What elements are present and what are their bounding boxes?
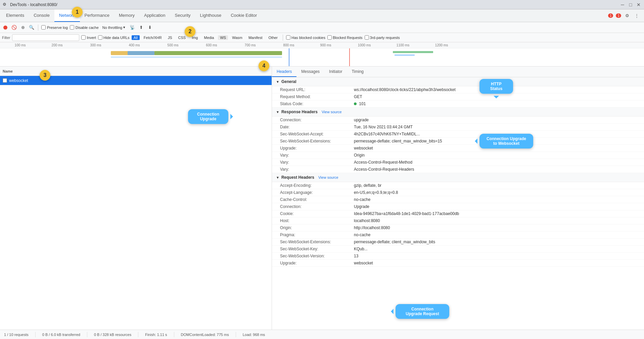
detail-tab-messages[interactable]: Messages [296,67,324,77]
request-headers-section[interactable]: ▼ Request Headers View source [272,173,644,182]
timeline-bar-blue [128,51,154,55]
request-url-row: Request URL: ws://localhost:8080/clock-t… [272,86,644,93]
req-upgrade-row: Upgrade: websocket [272,260,644,267]
close-button[interactable]: ✕ [636,2,641,7]
filter-css[interactable]: CSS [176,35,188,40]
tick-1000: 1000 ms [358,43,371,47]
status-sep-3 [138,332,138,337]
tab-cookie-editor[interactable]: Cookie Editor [226,9,262,22]
network-conditions-icon[interactable]: 📡 [129,24,136,31]
disable-cache-input[interactable] [70,25,74,30]
finish-time: Finish: 1.11 s [145,333,167,337]
separator-filter [283,35,283,41]
hide-data-urls-input[interactable] [98,35,102,40]
general-arrow: ▼ [276,80,279,84]
maximize-button[interactable]: □ [628,2,633,7]
tab-elements[interactable]: Elements [1,9,29,22]
filter-all[interactable]: All [132,35,140,40]
status-sep-2 [87,332,87,337]
has-blocked-cookies-checkbox[interactable]: Has blocked cookies [286,35,325,40]
filter-wasm[interactable]: Wasm [230,35,244,40]
resp-date-row: Date: Tue, 16 Nov 2021 03:44:24 GMT [272,124,644,131]
callout-connection-upgrade-request: Connection Upgrade Request [396,304,449,319]
record-button[interactable] [2,24,9,31]
third-party-input[interactable] [365,35,369,40]
timeline-chart [0,48,644,67]
row-checkbox-websocket[interactable] [3,78,7,83]
filter-manifest[interactable]: Manifest [246,35,265,40]
callout-connection-upgrade: Connection Upgrade [188,109,228,124]
blocked-requests-checkbox[interactable]: Blocked Requests [327,35,363,40]
request-headers-title: Request Headers [281,175,314,180]
invert-input[interactable] [81,35,86,40]
import-icon[interactable]: ⬆ [138,24,144,31]
timeline: 100 ms 200 ms 300 ms 400 ms 500 ms 600 m… [0,42,644,67]
request-url-value: ws://localhost:8080/clock-ticks/221/abph… [354,87,456,92]
search-button[interactable]: 🔍 [28,24,35,31]
resp-sec-accept-row: Sec-WebSocket-Accept: 4h2CBv167c40VhK67N… [272,131,644,138]
status-sep-4 [174,332,174,337]
circle-3: 3 [40,70,50,81]
detail-tab-timing[interactable]: Timing [347,67,368,77]
detail-tab-initiator[interactable]: Initiator [324,67,347,77]
filter-label: Filter [2,36,10,40]
req-host-row: Host: localhost:8080 [272,217,644,224]
tab-performance[interactable]: Performance [80,9,114,22]
tab-security[interactable]: Security [170,9,195,22]
req-accept-encoding-row: Accept-Encoding: gzip, deflate, br [272,182,644,189]
minimize-button[interactable]: ─ [620,2,625,7]
status-dot [354,102,357,105]
clear-button[interactable]: 🚫 [11,24,17,31]
title-bar: ⚙ DevTools - localhost:8080/ ─ □ ✕ [0,0,644,9]
tick-700: 700 ms [245,43,256,47]
filter-icon[interactable]: ⊕ [19,24,26,31]
has-blocked-cookies-input[interactable] [286,35,290,40]
filter-ws[interactable]: WS [218,35,228,40]
main-content: Name websocket Headers Messages Initiato… [0,67,644,330]
req-origin-row: Origin: http://localhost:8080 [272,224,644,231]
request-method-row: Request Method: GET [272,93,644,100]
devtools-window: ⚙ DevTools - localhost:8080/ ─ □ ✕ Eleme… [0,0,644,339]
filter-js[interactable]: JS [166,35,174,40]
settings-icon[interactable]: ⚙ [624,12,631,19]
throttle-dropdown[interactable]: No throttling ▾ [101,24,127,31]
tab-memory[interactable]: Memory [114,9,139,22]
preserve-log-checkbox[interactable]: Preserve log [41,25,68,30]
detail-tab-headers[interactable]: Headers [272,67,296,77]
tick-900: 900 ms [320,43,331,47]
req-cookie-row: Cookie: Idea-949627ba=a1f6da48-1de1-4029… [272,210,644,217]
status-sep-5 [236,332,236,337]
tab-application[interactable]: Application [139,9,170,22]
filter-media[interactable]: Media [202,35,216,40]
response-headers-section[interactable]: ▼ Response Headers View source [272,108,644,117]
load-line [349,48,350,67]
invert-checkbox[interactable]: Invert [81,35,96,40]
status-bar: 1 / 10 requests 0 B / 6.0 kB transferred… [0,330,644,339]
tab-console[interactable]: Console [29,9,54,22]
tick-800: 800 ms [283,43,294,47]
resp-sec-extensions-row: Sec-WebSocket-Extensions: permessage-def… [272,138,644,145]
callout-connection-upgrade-websocket: Connection Upgrade to Websocket [479,134,533,149]
filter-other[interactable]: Other [267,35,280,40]
tab-bar: Elements Console Network Performance Mem… [0,9,644,22]
resp-connection-row: Connection: upgrade [272,117,644,124]
filter-fetch-xhr[interactable]: Fetch/XHR [142,35,164,40]
more-tools-icon[interactable]: ⋮ [633,12,640,19]
tick-1200: 1200 ms [435,43,448,47]
hide-data-urls-checkbox[interactable]: Hide data URLs [98,35,130,40]
warning-badge: 1 [616,13,621,18]
preserve-log-input[interactable] [41,25,46,30]
disable-cache-checkbox[interactable]: Disable cache [70,25,99,30]
request-headers-arrow: ▼ [276,176,279,179]
response-headers-view-source[interactable]: View source [322,110,342,114]
dom-content-loaded: DOMContentLoaded: 775 ms [181,333,229,337]
third-party-checkbox[interactable]: 3rd-party requests [365,35,400,40]
timeline-ruler: 100 ms 200 ms 300 ms 400 ms 500 ms 600 m… [0,42,644,48]
blocked-requests-input[interactable] [327,35,332,40]
request-headers-view-source[interactable]: View source [318,175,338,179]
request-method-value: GET [354,94,362,99]
general-section-header[interactable]: ▼ General [272,77,644,86]
tab-lighthouse[interactable]: Lighthouse [195,9,226,22]
filter-input[interactable] [12,34,79,41]
export-icon[interactable]: ⬇ [146,24,153,31]
